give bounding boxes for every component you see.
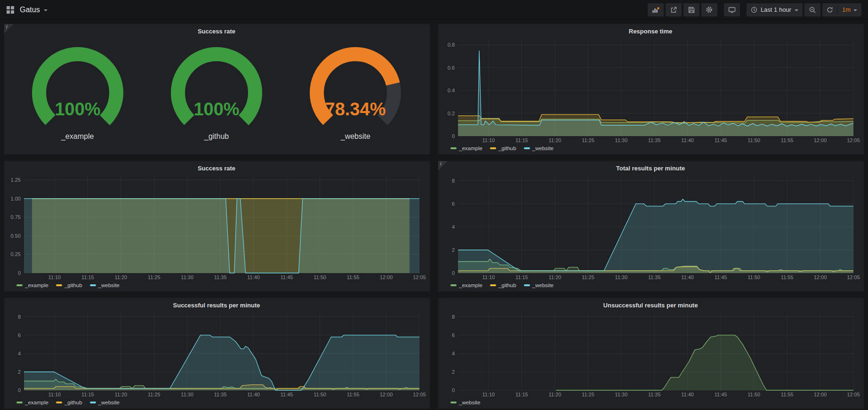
share-button[interactable]	[666, 3, 682, 16]
y-tick-label: 2	[18, 369, 21, 375]
navbar: Gatus	[0, 0, 868, 20]
legend-item-_example[interactable]: _example	[16, 282, 48, 288]
x-tick-label: 11:30	[181, 392, 193, 397]
legend-item-_example[interactable]: _example	[450, 282, 482, 288]
total-results-chart[interactable]: 11:1011:1511:2011:2511:3011:3511:4011:45…	[442, 173, 859, 281]
legend-swatch	[524, 284, 530, 286]
legend-item-_example[interactable]: _example	[16, 400, 48, 405]
y-tick-label: 0.8	[448, 42, 455, 48]
y-tick-label: 0.25	[11, 251, 21, 257]
legend-item-_website[interactable]: _website	[90, 282, 120, 288]
add-panel-icon	[652, 7, 659, 13]
panel-title[interactable]: Response time	[442, 25, 859, 36]
x-tick-label: 11:20	[548, 137, 561, 143]
panel-title[interactable]: Successful results per minute	[8, 299, 425, 310]
x-tick-label: 11:50	[313, 274, 326, 280]
series-fill-_website	[24, 335, 419, 390]
legend-swatch	[490, 147, 496, 149]
legend-item-_website[interactable]: _website	[450, 400, 480, 405]
x-tick-label: 11:35	[648, 137, 661, 143]
x-tick-label: 11:15	[515, 274, 528, 280]
panel-response-time: Response time 11:1011:1511:2011:2511:301…	[438, 24, 864, 155]
x-tick-label: 11:25	[582, 392, 595, 397]
gauge-label: _website	[341, 132, 370, 141]
panel-info-icon[interactable]: i	[438, 161, 448, 170]
settings-button[interactable]	[701, 3, 717, 16]
panel-title[interactable]: Unsuccessful results per minute	[442, 299, 859, 310]
refresh-button[interactable]	[822, 3, 837, 16]
successful-results-chart[interactable]: 11:1011:1511:2011:2511:3011:3511:4011:45…	[8, 310, 425, 398]
x-tick-label: 12:00	[380, 274, 393, 280]
x-tick-label: 11:10	[48, 274, 61, 280]
x-tick-label: 12:05	[413, 274, 426, 280]
x-tick-label: 11:30	[615, 274, 627, 280]
navbar-left: Gatus	[7, 6, 48, 14]
x-tick-label: 11:40	[681, 137, 694, 143]
gauge-label: _github	[204, 132, 229, 141]
x-tick-label: 11:50	[747, 137, 760, 143]
legend-swatch	[16, 402, 23, 403]
caret-down-icon	[44, 9, 48, 11]
x-tick-label: 11:25	[582, 137, 595, 143]
x-tick-label: 11:10	[482, 392, 495, 397]
legend-swatch	[56, 284, 62, 286]
y-tick-label: 0	[18, 387, 21, 393]
x-tick-label: 11:45	[715, 274, 727, 280]
success-rate-chart[interactable]: 11:1011:1511:2011:2511:3011:3511:4011:45…	[8, 173, 425, 281]
unsuccessful-results-chart[interactable]: 11:1011:1511:2011:2511:3011:3511:4011:45…	[442, 310, 859, 398]
legend-label: _example	[459, 282, 482, 288]
legend-swatch	[490, 284, 496, 286]
panel-info-icon[interactable]: i	[4, 24, 14, 33]
y-tick-label: 2	[452, 247, 455, 253]
save-button[interactable]	[683, 3, 699, 16]
legend-item-_github[interactable]: _github	[490, 145, 516, 151]
legend-item-_github[interactable]: _github	[490, 282, 516, 288]
x-tick-label: 11:55	[347, 392, 360, 397]
panel-success-rate-timeseries: Success rate 11:1011:1511:2011:2511:3011…	[4, 161, 430, 292]
add-panel-button[interactable]	[648, 3, 664, 16]
monitor-icon	[728, 7, 736, 13]
x-tick-label: 11:15	[515, 392, 528, 397]
x-tick-label: 11:35	[648, 274, 661, 280]
zoom-out-button[interactable]	[804, 3, 820, 16]
x-tick-label: 11:50	[747, 392, 760, 397]
legend-item-_website[interactable]: _website	[524, 282, 554, 288]
legend: _example_github_website	[8, 281, 425, 290]
grafana-dashboard: Gatus	[0, 0, 868, 410]
legend-swatch	[524, 147, 530, 149]
gauge-group: 100%_example100%_github78.34%_website	[8, 36, 425, 153]
y-tick-label: 2	[452, 369, 455, 375]
dashboard-grid-icon[interactable]	[7, 6, 14, 14]
panel-success-rate-gauges: i Success rate 100%_example100%_github78…	[4, 24, 430, 155]
y-tick-label: 0	[452, 133, 455, 139]
x-tick-label: 12:00	[814, 137, 827, 143]
y-tick-label: 4	[18, 351, 21, 356]
gauge-value-arc	[23, 38, 132, 147]
y-tick-label: 0.2	[448, 111, 455, 116]
caret-down-icon	[853, 9, 857, 11]
legend: _example_github_website	[442, 281, 859, 290]
y-tick-label: 4	[452, 351, 455, 356]
legend-item-_example[interactable]: _example	[450, 145, 482, 151]
refresh-interval-dropdown[interactable]: 1m	[838, 3, 861, 16]
panel-title[interactable]: Total results per minute	[442, 162, 859, 173]
tv-mode-button[interactable]	[724, 3, 740, 16]
dashboard-title-dropdown[interactable]: Gatus	[20, 6, 48, 14]
y-tick-label: 0.4	[448, 88, 455, 93]
time-range-picker[interactable]: Last 1 hour	[747, 3, 803, 16]
x-tick-label: 11:45	[281, 392, 293, 397]
legend-item-_github[interactable]: _github	[56, 400, 82, 405]
legend-swatch	[450, 402, 457, 403]
legend-swatch	[16, 284, 23, 286]
legend-item-_website[interactable]: _website	[90, 400, 120, 405]
legend-label: _website	[532, 282, 554, 288]
panel-title[interactable]: Success rate	[8, 25, 425, 36]
y-tick-label: 0.6	[448, 65, 455, 71]
gauge-label: _example	[61, 132, 94, 141]
response-time-chart[interactable]: 11:1011:1511:2011:2511:3011:3511:4011:45…	[442, 36, 859, 144]
gauge-_example: 100%_example	[18, 48, 137, 141]
panel-title[interactable]: Success rate	[8, 162, 425, 173]
x-tick-label: 12:00	[380, 392, 393, 397]
legend-item-_github[interactable]: _github	[56, 282, 82, 288]
legend-item-_website[interactable]: _website	[524, 145, 554, 151]
